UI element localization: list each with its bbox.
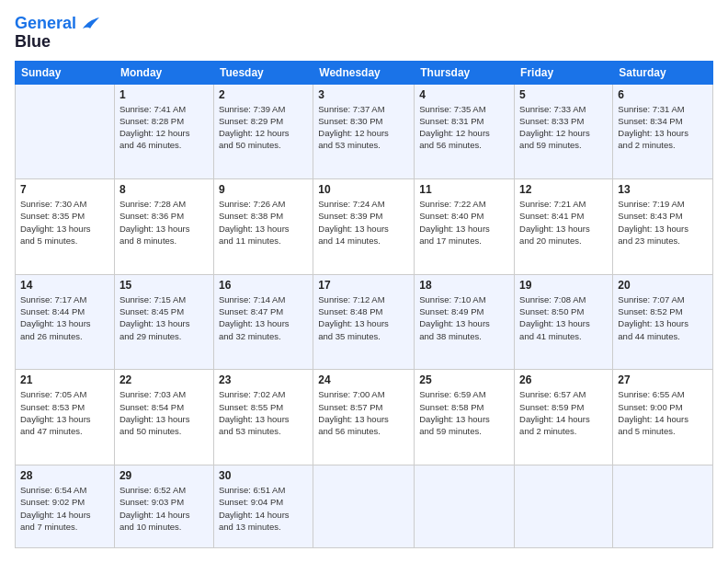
weekday-header-wednesday: Wednesday: [313, 61, 415, 84]
day-info: Sunrise: 7:21 AM Sunset: 8:41 PM Dayligh…: [519, 198, 608, 247]
logo-bird-icon: [81, 16, 101, 32]
weekday-header-saturday: Saturday: [613, 61, 713, 84]
day-cell-16: 16Sunrise: 7:14 AM Sunset: 8:47 PM Dayli…: [213, 274, 313, 370]
day-cell-17: 17Sunrise: 7:12 AM Sunset: 8:48 PM Dayli…: [313, 274, 415, 370]
day-number: 24: [318, 373, 409, 386]
day-cell-21: 21Sunrise: 7:05 AM Sunset: 8:53 PM Dayli…: [16, 370, 115, 465]
day-cell-10: 10Sunrise: 7:24 AM Sunset: 8:39 PM Dayli…: [313, 179, 415, 275]
day-info: Sunrise: 6:51 AM Sunset: 9:04 PM Dayligh…: [219, 484, 308, 533]
day-info: Sunrise: 7:10 AM Sunset: 8:49 PM Dayligh…: [419, 293, 509, 342]
day-number: 26: [519, 373, 608, 386]
day-cell-20: 20Sunrise: 7:07 AM Sunset: 8:52 PM Dayli…: [613, 274, 713, 370]
day-info: Sunrise: 7:00 AM Sunset: 8:57 PM Dayligh…: [318, 388, 409, 437]
day-info: Sunrise: 6:52 AM Sunset: 9:03 PM Dayligh…: [119, 484, 209, 533]
empty-cell: [16, 84, 115, 179]
logo-general: General: [15, 14, 76, 32]
calendar-header-row: SundayMondayTuesdayWednesdayThursdayFrid…: [16, 61, 713, 84]
day-info: Sunrise: 6:57 AM Sunset: 8:59 PM Dayligh…: [519, 388, 608, 437]
day-cell-18: 18Sunrise: 7:10 AM Sunset: 8:49 PM Dayli…: [415, 274, 515, 370]
day-info: Sunrise: 7:35 AM Sunset: 8:31 PM Dayligh…: [419, 103, 509, 152]
day-number: 16: [219, 279, 308, 292]
day-number: 21: [20, 373, 109, 386]
day-info: Sunrise: 6:59 AM Sunset: 8:58 PM Dayligh…: [419, 388, 509, 437]
day-cell-6: 6Sunrise: 7:31 AM Sunset: 8:34 PM Daylig…: [613, 84, 713, 179]
day-info: Sunrise: 7:12 AM Sunset: 8:48 PM Dayligh…: [318, 293, 409, 342]
calendar-week-2: 7Sunrise: 7:30 AM Sunset: 8:35 PM Daylig…: [16, 179, 713, 275]
day-info: Sunrise: 7:22 AM Sunset: 8:40 PM Dayligh…: [419, 198, 509, 247]
day-number: 29: [119, 469, 209, 482]
day-info: Sunrise: 7:41 AM Sunset: 8:28 PM Dayligh…: [119, 103, 209, 152]
day-number: 27: [618, 373, 708, 386]
day-cell-28: 28Sunrise: 6:54 AM Sunset: 9:02 PM Dayli…: [16, 465, 115, 547]
logo: General Blue: [15, 15, 101, 52]
day-cell-29: 29Sunrise: 6:52 AM Sunset: 9:03 PM Dayli…: [114, 465, 213, 547]
day-info: Sunrise: 7:15 AM Sunset: 8:45 PM Dayligh…: [119, 293, 209, 342]
day-cell-14: 14Sunrise: 7:17 AM Sunset: 8:44 PM Dayli…: [16, 274, 115, 370]
day-number: 5: [519, 88, 608, 101]
day-info: Sunrise: 7:03 AM Sunset: 8:54 PM Dayligh…: [119, 388, 209, 437]
day-cell-22: 22Sunrise: 7:03 AM Sunset: 8:54 PM Dayli…: [114, 370, 213, 465]
day-cell-12: 12Sunrise: 7:21 AM Sunset: 8:41 PM Dayli…: [515, 179, 613, 275]
day-cell-25: 25Sunrise: 6:59 AM Sunset: 8:58 PM Dayli…: [415, 370, 515, 465]
day-number: 12: [519, 183, 608, 196]
day-number: 18: [419, 279, 509, 292]
day-cell-13: 13Sunrise: 7:19 AM Sunset: 8:43 PM Dayli…: [613, 179, 713, 275]
day-number: 14: [20, 279, 109, 292]
day-cell-27: 27Sunrise: 6:55 AM Sunset: 9:00 PM Dayli…: [613, 370, 713, 465]
day-cell-15: 15Sunrise: 7:15 AM Sunset: 8:45 PM Dayli…: [114, 274, 213, 370]
day-number: 13: [618, 183, 708, 196]
day-number: 30: [219, 469, 308, 482]
day-info: Sunrise: 7:02 AM Sunset: 8:55 PM Dayligh…: [219, 388, 308, 437]
day-number: 9: [219, 183, 308, 196]
weekday-header-monday: Monday: [114, 61, 213, 84]
day-info: Sunrise: 7:05 AM Sunset: 8:53 PM Dayligh…: [20, 388, 109, 437]
day-cell-8: 8Sunrise: 7:28 AM Sunset: 8:36 PM Daylig…: [114, 179, 213, 275]
day-number: 10: [318, 183, 409, 196]
day-info: Sunrise: 7:19 AM Sunset: 8:43 PM Dayligh…: [618, 198, 708, 247]
day-number: 2: [219, 88, 308, 101]
day-number: 25: [419, 373, 509, 386]
header: General Blue: [15, 15, 713, 52]
day-cell-24: 24Sunrise: 7:00 AM Sunset: 8:57 PM Dayli…: [313, 370, 415, 465]
day-info: Sunrise: 7:30 AM Sunset: 8:35 PM Dayligh…: [20, 198, 109, 247]
day-number: 17: [318, 279, 409, 292]
day-info: Sunrise: 7:37 AM Sunset: 8:30 PM Dayligh…: [318, 103, 409, 152]
day-number: 6: [618, 88, 708, 101]
day-info: Sunrise: 7:24 AM Sunset: 8:39 PM Dayligh…: [318, 198, 409, 247]
day-number: 7: [20, 183, 109, 196]
day-number: 11: [419, 183, 509, 196]
day-cell-23: 23Sunrise: 7:02 AM Sunset: 8:55 PM Dayli…: [213, 370, 313, 465]
day-number: 3: [318, 88, 409, 101]
day-info: Sunrise: 7:08 AM Sunset: 8:50 PM Dayligh…: [519, 293, 608, 342]
day-number: 28: [20, 469, 109, 482]
day-info: Sunrise: 7:31 AM Sunset: 8:34 PM Dayligh…: [618, 103, 708, 152]
logo-text: General: [15, 15, 101, 33]
day-info: Sunrise: 7:14 AM Sunset: 8:47 PM Dayligh…: [219, 293, 308, 342]
day-cell-1: 1Sunrise: 7:41 AM Sunset: 8:28 PM Daylig…: [114, 84, 213, 179]
empty-cell: [415, 465, 515, 547]
page: General Blue SundayMondayTuesdayWednesda…: [0, 0, 728, 563]
day-cell-2: 2Sunrise: 7:39 AM Sunset: 8:29 PM Daylig…: [213, 84, 313, 179]
empty-cell: [613, 465, 713, 547]
calendar-week-4: 21Sunrise: 7:05 AM Sunset: 8:53 PM Dayli…: [16, 370, 713, 465]
day-cell-3: 3Sunrise: 7:37 AM Sunset: 8:30 PM Daylig…: [313, 84, 415, 179]
day-info: Sunrise: 7:07 AM Sunset: 8:52 PM Dayligh…: [618, 293, 708, 342]
day-cell-11: 11Sunrise: 7:22 AM Sunset: 8:40 PM Dayli…: [415, 179, 515, 275]
day-info: Sunrise: 7:39 AM Sunset: 8:29 PM Dayligh…: [219, 103, 308, 152]
day-cell-5: 5Sunrise: 7:33 AM Sunset: 8:33 PM Daylig…: [515, 84, 613, 179]
day-info: Sunrise: 7:26 AM Sunset: 8:38 PM Dayligh…: [219, 198, 308, 247]
empty-cell: [313, 465, 415, 547]
day-cell-7: 7Sunrise: 7:30 AM Sunset: 8:35 PM Daylig…: [16, 179, 115, 275]
day-cell-30: 30Sunrise: 6:51 AM Sunset: 9:04 PM Dayli…: [213, 465, 313, 547]
weekday-header-sunday: Sunday: [16, 61, 115, 84]
day-cell-19: 19Sunrise: 7:08 AM Sunset: 8:50 PM Dayli…: [515, 274, 613, 370]
day-info: Sunrise: 6:54 AM Sunset: 9:02 PM Dayligh…: [20, 484, 109, 533]
day-info: Sunrise: 7:33 AM Sunset: 8:33 PM Dayligh…: [519, 103, 608, 152]
day-number: 23: [219, 373, 308, 386]
day-info: Sunrise: 7:28 AM Sunset: 8:36 PM Dayligh…: [119, 198, 209, 247]
weekday-header-tuesday: Tuesday: [213, 61, 313, 84]
day-info: Sunrise: 7:17 AM Sunset: 8:44 PM Dayligh…: [20, 293, 109, 342]
day-number: 15: [119, 279, 209, 292]
weekday-header-thursday: Thursday: [415, 61, 515, 84]
day-number: 22: [119, 373, 209, 386]
